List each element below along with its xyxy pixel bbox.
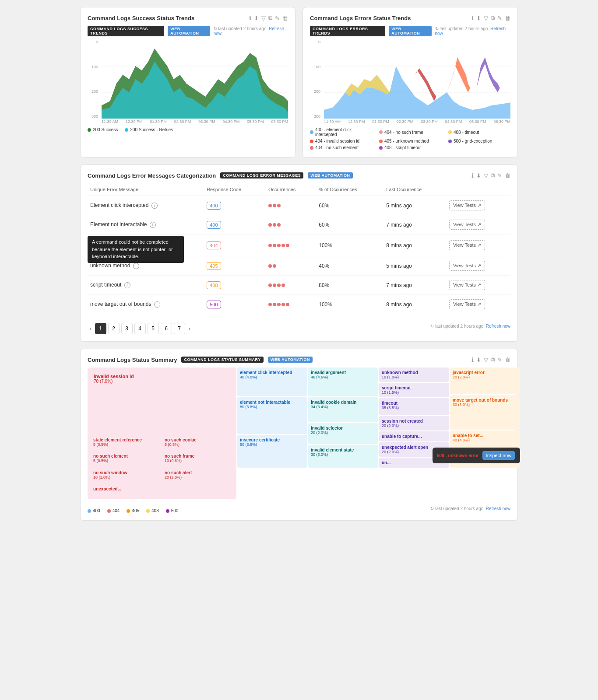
- filter-icon-4[interactable]: ▽: [484, 357, 488, 363]
- cell-insecure-cert[interactable]: insecure certificate 50 (5.8%): [237, 435, 307, 468]
- table-row: script timeout i 408 80% 7 mins ago View…: [88, 276, 510, 295]
- legend-200-retries: 200 Success - Retries: [125, 127, 173, 132]
- cell-action-2: View Tests ↗: [447, 215, 510, 234]
- success-legend: 200 Success 200 Success - Retries: [88, 127, 288, 132]
- cell-pct-1: 60%: [316, 196, 383, 215]
- edit-icon-4[interactable]: ✎: [497, 357, 502, 363]
- download-icon-2[interactable]: ⬇: [476, 15, 481, 21]
- cell-session-not-created[interactable]: session not created 20 (2.0%): [379, 416, 449, 430]
- cell-invalid-arg[interactable]: invalid argument 46 (4.6%): [308, 368, 378, 396]
- download-icon-3[interactable]: ⬇: [476, 172, 481, 179]
- cell-timeout[interactable]: timeout 35 (3.5%): [379, 398, 449, 415]
- page-btn-6[interactable]: 6: [161, 323, 172, 334]
- cell-elem-click[interactable]: element click intercepted 40 (4.8%): [237, 368, 307, 396]
- info-icon-2[interactable]: ℹ: [471, 15, 474, 21]
- delete-icon-4[interactable]: 🗑: [505, 357, 510, 363]
- edit-icon-3[interactable]: ✎: [497, 172, 502, 179]
- cell-move-target[interactable]: move target out of bounds 30 (3.0%): [450, 395, 520, 430]
- prev-page-btn[interactable]: ‹: [88, 325, 93, 332]
- cell-no-such-element[interactable]: no such element 5 (0.5%): [91, 452, 162, 467]
- cell-no-such-alert[interactable]: no such alert 20 (2.0%): [162, 468, 233, 483]
- copy-icon-3[interactable]: ⧉: [491, 172, 495, 179]
- cell-last-1: 5 mins ago: [383, 196, 447, 215]
- cell-no-such-window[interactable]: no such window 10 (1.0%): [91, 468, 162, 483]
- errors-chart-svg: [324, 40, 510, 119]
- cell-action-5: View Tests ↗: [447, 276, 510, 295]
- errors-chart-header: Command Logs Errors Status Trends ℹ ⬇ ▽ …: [310, 14, 510, 21]
- download-icon[interactable]: ⬇: [254, 15, 259, 21]
- page-btn-2[interactable]: 2: [108, 323, 120, 334]
- view-tests-btn-6[interactable]: View Tests ↗: [449, 299, 485, 309]
- edit-icon-2[interactable]: ✎: [497, 15, 502, 21]
- view-tests-btn-1[interactable]: View Tests ↗: [449, 200, 485, 210]
- edit-icon[interactable]: ✎: [275, 15, 280, 21]
- page-btn-4[interactable]: 4: [134, 323, 146, 334]
- cell-invalid-element-state[interactable]: invalid element state 30 (3.0%): [308, 445, 378, 468]
- copy-icon-4[interactable]: ⧉: [491, 356, 495, 363]
- info-icon-r2[interactable]: i: [150, 222, 156, 228]
- next-page-btn[interactable]: ›: [187, 325, 193, 332]
- copy-icon[interactable]: ⧉: [268, 14, 272, 21]
- inspect-now-button[interactable]: Inspect now: [482, 451, 515, 460]
- cell-invalid-session-id[interactable]: invalid session id 70 (7.0%): [91, 371, 233, 388]
- error-messages-header: Command Logs Error Messages Categorizati…: [88, 172, 510, 179]
- delete-icon-3[interactable]: 🗑: [505, 172, 510, 179]
- cell-code-4: 405: [204, 256, 266, 276]
- tooltip-element-not-interactable: A command could not be completed because…: [88, 236, 184, 263]
- info-icon-3[interactable]: ℹ: [471, 172, 474, 179]
- view-tests-btn-5[interactable]: View Tests ↗: [449, 280, 485, 290]
- cell-script-timeout[interactable]: script timeout 10 (1.5%): [379, 383, 449, 397]
- cell-elem-not-interactable[interactable]: element not interactable 80 (6.8%): [237, 397, 307, 434]
- errors-badge1: COMMAND LOGS ERRORS TRENDS: [310, 26, 385, 36]
- legend-200-success: 200 Success: [88, 127, 118, 132]
- cell-stale-element[interactable]: stale element reference 5 (0.5%): [91, 435, 162, 451]
- tooltip-overlay: Unique Error Message Response Code Occur…: [88, 183, 510, 314]
- page-btn-1[interactable]: 1: [95, 323, 106, 334]
- success-chart-card: Command Logs Success Status Trends ℹ ⬇ ▽…: [80, 7, 295, 158]
- errors-badge2: WEB AUTOMATION: [389, 26, 431, 36]
- table-refresh-link[interactable]: Refresh now: [486, 324, 510, 329]
- info-icon-4[interactable]: ℹ: [471, 357, 474, 363]
- cell-no-such-frame[interactable]: no such frame 10 (0.6%): [162, 452, 233, 467]
- filter-icon-3[interactable]: ▽: [484, 172, 488, 179]
- success-chart-title: Command Logs Success Status Trends: [88, 15, 194, 21]
- cell-last-4: 5 mins ago: [383, 256, 447, 276]
- view-tests-btn-2[interactable]: View Tests ↗: [449, 220, 485, 230]
- inspect-tooltip: 500 - unknown error Inspect now: [433, 448, 520, 463]
- delete-icon[interactable]: 🗑: [282, 15, 288, 21]
- cell-dots-2: [266, 215, 316, 234]
- cell-unable-capture[interactable]: unable to capture...: [379, 431, 449, 441]
- cell-invalid-cookie[interactable]: invalid cookie domain 34 (3.4%): [308, 397, 378, 422]
- info-icon-r6[interactable]: i: [154, 301, 160, 308]
- cell-unknown-method[interactable]: unknown method 10 (1.0%): [379, 368, 449, 382]
- refresh-icon: ↻: [214, 26, 217, 31]
- filter-icon[interactable]: ▽: [261, 15, 266, 21]
- view-tests-btn-3[interactable]: View Tests ↗: [449, 240, 485, 250]
- page-btn-5[interactable]: 5: [148, 323, 159, 334]
- errors-y-axis: 3002001000: [310, 40, 322, 119]
- cell-no-such-cookie[interactable]: no such cookie 5 (0.5%): [162, 435, 233, 451]
- treemap-col1: invalid session id 70 (7.0%) stale eleme…: [88, 368, 236, 499]
- col-code: Response Code: [204, 183, 266, 196]
- cell-unexpected[interactable]: unexpected...: [91, 484, 162, 495]
- cell-code-6: 500: [204, 295, 266, 314]
- filter-icon-2[interactable]: ▽: [484, 15, 488, 21]
- success-chart-svg: [102, 40, 288, 119]
- page-btn-7[interactable]: 7: [174, 323, 185, 334]
- errors-chart-actions: ℹ ⬇ ▽ ⧉ ✎ 🗑: [471, 14, 510, 21]
- page-btn-3[interactable]: 3: [121, 323, 133, 334]
- error-messages-badge2: WEB AUTOMATION: [308, 172, 352, 178]
- cell-invalid-selector[interactable]: invalid selector 20 (2.0%): [308, 423, 378, 444]
- info-icon[interactable]: ℹ: [249, 15, 251, 21]
- info-icon-r1[interactable]: i: [151, 203, 158, 209]
- table-row: Element not interactable i A command cou…: [88, 215, 510, 234]
- view-tests-btn-4[interactable]: View Tests ↗: [449, 261, 485, 271]
- download-icon-4[interactable]: ⬇: [476, 357, 481, 363]
- copy-icon-2[interactable]: ⧉: [491, 14, 495, 21]
- inspect-tooltip-content: 500 - unknown error: [437, 453, 479, 458]
- cell-js-error[interactable]: javascript error 20 (2.0%): [450, 368, 520, 394]
- delete-icon-2[interactable]: 🗑: [505, 15, 510, 21]
- summary-refresh-link[interactable]: Refresh now: [486, 506, 510, 511]
- info-icon-r4[interactable]: i: [133, 263, 139, 269]
- info-icon-r5[interactable]: i: [124, 282, 130, 288]
